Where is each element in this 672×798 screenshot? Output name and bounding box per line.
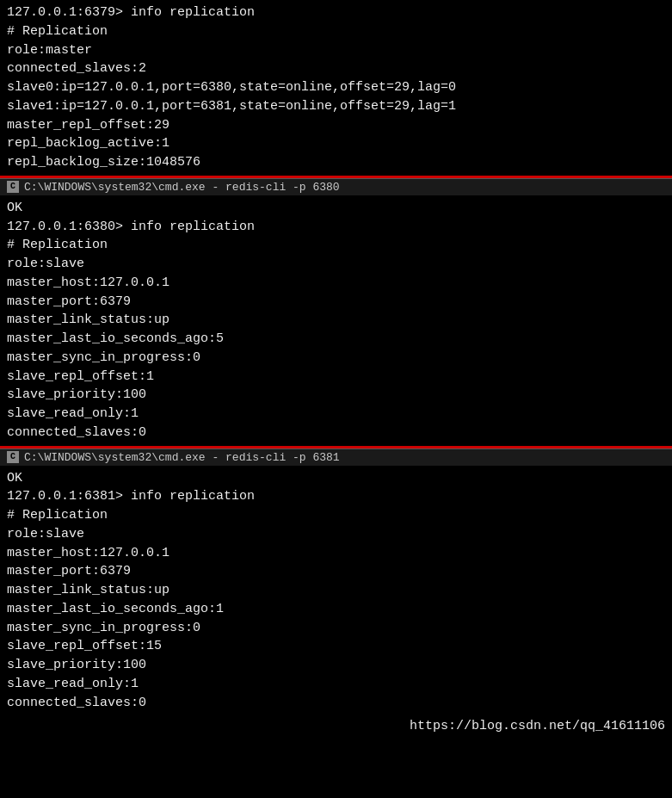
titlebar-slave1: C C:\WINDOWS\system32\cmd.exe - redis-cl… [0,178,672,195]
footer: https://blog.csdn.net/qq_41611106 [0,715,672,737]
cmd-icon-2: C [7,451,19,463]
titlebar-slave1-text: C:\WINDOWS\system32\cmd.exe - redis-cli … [24,181,340,194]
master-section: 127.0.0.1:6379> info replication # Repli… [0,0,672,176]
titlebar-slave2-text: C:\WINDOWS\system32\cmd.exe - redis-cli … [24,451,340,464]
titlebar-slave2: C C:\WINDOWS\system32\cmd.exe - redis-cl… [0,448,672,466]
footer-link: https://blog.csdn.net/qq_41611106 [410,719,665,733]
slave2-output: OK 127.0.0.1:6381> info replication # Re… [7,469,665,713]
slave1-section: OK 127.0.0.1:6380> info replication # Re… [0,195,672,446]
terminal-container: 127.0.0.1:6379> info replication # Repli… [0,0,672,737]
cmd-icon-1: C [7,181,19,193]
master-output: 127.0.0.1:6379> info replication # Repli… [7,3,665,172]
slave2-section: OK 127.0.0.1:6381> info replication # Re… [0,466,672,716]
slave1-output: OK 127.0.0.1:6380> info replication # Re… [7,199,665,442]
